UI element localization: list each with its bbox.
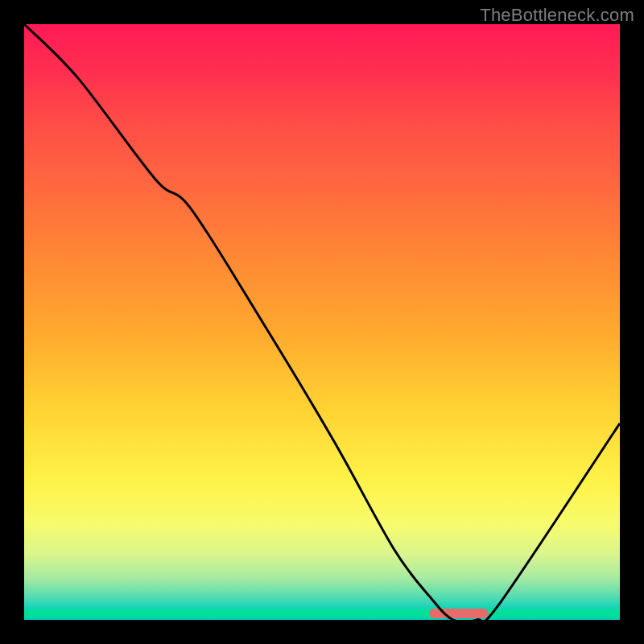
watermark-text: TheBottleneck.com: [480, 5, 634, 26]
plot-area: [24, 24, 620, 620]
bottleneck-curve: [24, 24, 620, 620]
chart-frame: TheBottleneck.com: [0, 0, 644, 644]
bottleneck-curve-path: [24, 24, 620, 622]
